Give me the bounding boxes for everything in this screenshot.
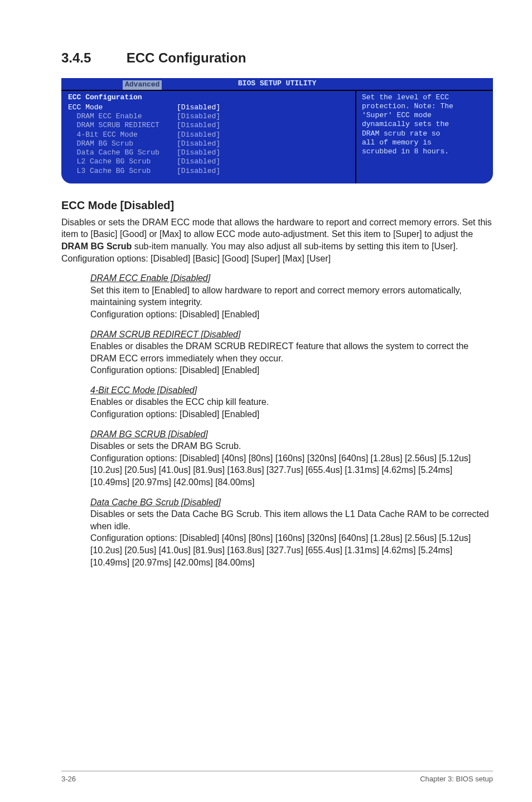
- sub-item: 4-Bit ECC Mode [Disabled]Enables or disa…: [90, 384, 493, 421]
- sub-item-body: Configuration options: [Disabled] [40ns]…: [90, 452, 493, 489]
- section-heading: 3.4.5 ECC Configuration: [61, 50, 493, 66]
- bios-tab-advanced[interactable]: Advanced: [123, 80, 162, 89]
- ecc-mode-body: Disables or sets the DRAM ECC mode that …: [61, 216, 493, 264]
- sub-item-title: DRAM BG SCRUB [Disabled]: [90, 428, 493, 441]
- bios-subheading: ECC Configuration: [68, 93, 351, 102]
- bios-panel: BIOS SETUP UTILITY Advanced ECC Configur…: [61, 78, 493, 183]
- section-title: ECC Configuration: [127, 50, 246, 65]
- sub-item-title: DRAM SCRUB REDIRECT [Disabled]: [90, 328, 493, 341]
- chapter-label: Chapter 3: BIOS setup: [420, 775, 493, 783]
- sub-item-body: Set this item to [Enabled] to allow hard…: [90, 284, 493, 308]
- page-footer: 3-26 Chapter 3: BIOS setup: [61, 771, 493, 783]
- sub-item-body: Enables or disables the DRAM SCRUB REDIR…: [90, 340, 493, 364]
- sub-item: DRAM SCRUB REDIRECT [Disabled]Enables or…: [90, 328, 493, 376]
- section-number: 3.4.5: [61, 50, 123, 66]
- sub-item-body: Disables or sets the Data Cache BG Scrub…: [90, 508, 493, 532]
- sub-item-title: Data Cache BG Scrub [Disabled]: [90, 496, 493, 509]
- bios-help-line: dynamically sets the: [362, 120, 487, 129]
- bios-help-line: Set the level of ECC: [362, 93, 487, 102]
- bios-help-line: scrubbed in 8 hours.: [362, 147, 487, 156]
- ecc-mode-heading: ECC Mode [Disabled]: [61, 199, 493, 212]
- sub-item: DRAM BG SCRUB [Disabled]Disables or sets…: [90, 428, 493, 489]
- bios-item-list: ECC Mode [Disabled] DRAM ECC Enable [Dis…: [68, 103, 351, 176]
- bios-help-pane: Set the level of ECCprotection. Note: Th…: [356, 91, 493, 183]
- sub-item-body: Configuration options: [Disabled] [Enabl…: [90, 408, 493, 421]
- sub-item-body: Enables or disables the ECC chip kill fe…: [90, 396, 493, 408]
- bios-item[interactable]: 4-Bit ECC Mode [Disabled]: [68, 131, 351, 139]
- bios-help-line: 'Super' ECC mode: [362, 111, 487, 120]
- sub-item-title: DRAM ECC Enable [Disabled]: [90, 272, 493, 284]
- bios-item[interactable]: L3 Cache BG Scrub [Disabled]: [68, 167, 351, 176]
- bios-help-line: protection. Note: The: [362, 102, 487, 111]
- sub-item-body: Configuration options: [Disabled] [Enabl…: [90, 364, 493, 376]
- bios-help-line: all of memory is: [362, 138, 487, 147]
- sub-item-body: Configuration options: [Disabled] [40ns]…: [90, 532, 493, 568]
- sub-item-body: Configuration options: [Disabled] [Enabl…: [90, 308, 493, 321]
- bios-left-pane: ECC Configuration ECC Mode [Disabled] DR…: [61, 91, 356, 183]
- bios-item[interactable]: L2 Cache BG Scrub [Disabled]: [68, 157, 351, 166]
- bios-item[interactable]: Data Cache BG Scrub [Disabled]: [68, 148, 351, 157]
- bios-item[interactable]: DRAM ECC Enable [Disabled]: [68, 112, 351, 121]
- bios-item[interactable]: DRAM SCRUB REDIRECT [Disabled]: [68, 121, 351, 130]
- bios-item[interactable]: DRAM BG Scrub [Disabled]: [68, 139, 351, 148]
- sub-item: Data Cache BG Scrub [Disabled]Disables o…: [90, 496, 493, 569]
- sub-item-title: 4-Bit ECC Mode [Disabled]: [90, 384, 493, 397]
- sub-item-body: Disables or sets the DRAM BG Scrub.: [90, 440, 493, 452]
- bios-help-line: DRAM scrub rate so: [362, 129, 487, 138]
- sub-item: DRAM ECC Enable [Disabled]Set this item …: [90, 272, 493, 320]
- page-number: 3-26: [61, 775, 76, 783]
- bios-item[interactable]: ECC Mode [Disabled]: [68, 103, 351, 112]
